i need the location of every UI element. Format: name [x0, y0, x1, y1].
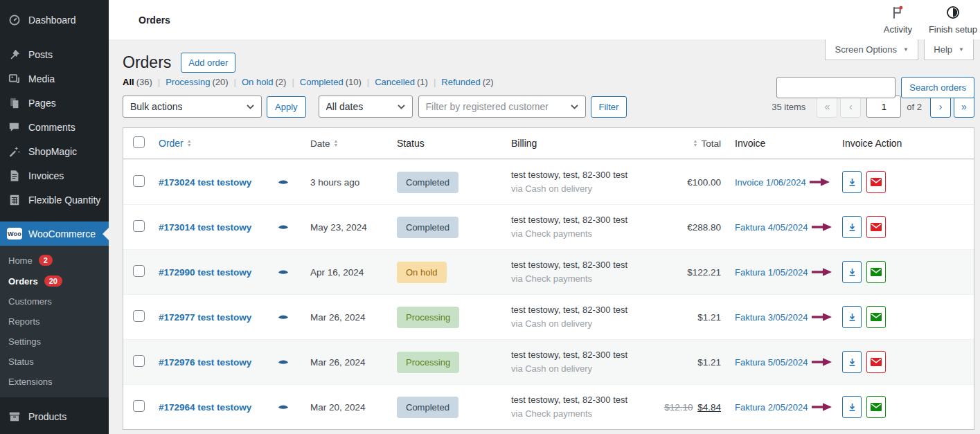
sidebar-item-label: Comments — [28, 122, 75, 133]
invoice-link[interactable]: Faktura 1/05/2024 — [735, 267, 808, 278]
sidebar-item-media[interactable]: Media — [0, 66, 109, 91]
help-button[interactable]: Help ▼ — [924, 39, 974, 60]
sidebar-item-settings[interactable]: Settings — [0, 332, 109, 352]
filter-link-all[interactable]: All(36) — [123, 77, 152, 87]
download-invoice-button[interactable] — [842, 351, 862, 373]
apply-button[interactable]: Apply — [267, 96, 306, 118]
filter-link-cancelled[interactable]: Cancelled(1) — [375, 77, 428, 87]
filter-link-processing[interactable]: Processing(20) — [166, 77, 228, 87]
invoice-link[interactable]: Faktura 3/05/2024 — [735, 312, 808, 323]
sidebar-item-woocommerce[interactable]: Woo WooCommerce — [0, 221, 109, 246]
row-checkbox[interactable] — [133, 310, 145, 322]
filter-separator: | — [234, 77, 236, 87]
invoice-link[interactable]: Faktura 4/05/2024 — [735, 222, 808, 233]
sidebar-item-dashboard[interactable]: Dashboard — [0, 8, 109, 32]
submenu-item-label: Settings — [8, 336, 41, 347]
tablenav: Bulk actions Apply All dates Filter by r… — [123, 96, 974, 118]
preview-eye-icon[interactable] — [278, 269, 289, 275]
email-invoice-button[interactable] — [866, 171, 886, 193]
column-header-total[interactable]: ▲▼ Total — [657, 138, 721, 149]
sidebar-item-products[interactable]: Products — [0, 404, 109, 428]
sort-arrows-icon: ▲▼ — [693, 139, 698, 147]
topbar-actions: Activity Finish setup — [884, 5, 977, 35]
help-label: Help — [934, 44, 952, 55]
invoice-link[interactable]: Faktura 5/05/2024 — [735, 357, 808, 368]
sidebar-item-posts[interactable]: Posts — [0, 42, 109, 66]
search-input[interactable] — [776, 77, 896, 98]
total-header-label: Total — [701, 138, 721, 149]
annotation-arrow-icon — [811, 402, 832, 412]
filter-link-on-hold[interactable]: On hold(2) — [242, 77, 286, 87]
preview-eye-icon[interactable] — [278, 179, 289, 186]
products-icon — [7, 410, 22, 423]
date-header-label: Date — [310, 138, 330, 149]
row-checkbox[interactable] — [133, 175, 145, 187]
sidebar-item-invoices[interactable]: Invoices — [0, 163, 109, 188]
preview-eye-icon[interactable] — [278, 359, 289, 365]
sidebar-item-home[interactable]: Home 2 — [0, 250, 109, 271]
search-orders-button[interactable]: Search orders — [901, 77, 974, 98]
row-checkbox[interactable] — [133, 220, 145, 232]
column-header-order[interactable]: Order ▲▼ — [154, 138, 272, 149]
sidebar-item-status[interactable]: Status — [0, 352, 109, 372]
download-invoice-button[interactable] — [842, 261, 862, 283]
order-link[interactable]: #173014 test testowy — [159, 222, 251, 233]
filter-link-refunded[interactable]: Refunded(2) — [441, 77, 493, 87]
email-invoice-button[interactable] — [866, 351, 886, 373]
preview-eye-icon[interactable] — [278, 314, 289, 320]
download-invoice-button[interactable] — [842, 171, 862, 193]
sidebar-item-orders[interactable]: Orders 20 — [0, 271, 109, 291]
screen-options-label: Screen Options — [835, 44, 897, 55]
first-page-button[interactable]: « — [817, 96, 837, 118]
sidebar-item-customers[interactable]: Customers — [0, 291, 109, 311]
download-invoice-button[interactable] — [842, 306, 862, 328]
column-header-date[interactable]: Date ▲▼ — [303, 138, 390, 149]
sidebar-item-shopmagic[interactable]: ShopMagic — [0, 139, 109, 163]
billing-cell: test testowy, test, 82-300 testvia Check… — [494, 259, 657, 285]
email-invoice-button[interactable] — [866, 216, 886, 238]
screen-options-button[interactable]: Screen Options ▼ — [825, 39, 918, 60]
email-invoice-button[interactable] — [866, 261, 886, 283]
finish-setup-button[interactable]: Finish setup — [929, 5, 977, 35]
email-invoice-button[interactable] — [866, 396, 886, 418]
download-invoice-button[interactable] — [842, 396, 862, 418]
woocommerce-submenu: Home 2 Orders 20 Customers Reports Setti… — [0, 246, 109, 397]
order-link[interactable]: #172990 test testowy — [159, 267, 251, 278]
download-invoice-button[interactable] — [842, 216, 862, 238]
next-page-button[interactable]: › — [930, 96, 951, 118]
sidebar-item-analytics[interactable]: Analytics — [0, 428, 109, 434]
billing-cell: test testowy, test, 82-300 testvia Cash … — [494, 349, 657, 375]
row-checkbox[interactable] — [133, 400, 145, 412]
invoice-link[interactable]: Invoice 1/06/2024 — [735, 177, 806, 188]
billing-address: test testowy, test, 82-300 test — [511, 349, 657, 361]
customer-filter-select[interactable]: Filter by registered customer — [418, 96, 586, 118]
order-total: $1.21 — [657, 357, 721, 368]
bulk-actions-select[interactable]: Bulk actions — [123, 96, 262, 118]
current-page-input[interactable] — [866, 96, 901, 118]
filter-link-completed[interactable]: Completed(10) — [300, 77, 362, 87]
email-invoice-button[interactable] — [866, 306, 886, 328]
table-row: #173024 test testowy 3 hours ago Complet… — [123, 159, 974, 204]
add-order-button[interactable]: Add order — [181, 53, 235, 73]
sidebar-item-extensions[interactable]: Extensions — [0, 372, 109, 392]
row-checkbox[interactable] — [133, 265, 145, 277]
activity-button[interactable]: Activity — [884, 5, 912, 35]
sidebar-item-reports[interactable]: Reports — [0, 311, 109, 332]
order-link[interactable]: #172977 test testowy — [159, 312, 251, 323]
last-page-button[interactable]: » — [954, 96, 974, 118]
row-checkbox[interactable] — [133, 355, 145, 367]
preview-eye-icon[interactable] — [278, 224, 289, 230]
sidebar-item-pages[interactable]: Pages — [0, 91, 109, 115]
order-link[interactable]: #172964 test testowy — [159, 402, 251, 413]
select-all-checkbox[interactable] — [133, 136, 145, 148]
preview-eye-icon[interactable] — [278, 404, 289, 410]
invoice-link[interactable]: Faktura 2/05/2024 — [735, 402, 808, 413]
order-total: €288.80 — [657, 222, 721, 233]
sidebar-item-flexible-quantity[interactable]: Flexible Quantity — [0, 188, 109, 212]
sidebar-item-comments[interactable]: Comments — [0, 115, 109, 139]
prev-page-button[interactable]: ‹ — [840, 96, 861, 118]
filter-button[interactable]: Filter — [591, 96, 627, 118]
date-filter-select[interactable]: All dates — [319, 96, 413, 118]
order-link[interactable]: #172976 test testowy — [159, 357, 251, 368]
order-link[interactable]: #173024 test testowy — [159, 177, 251, 188]
